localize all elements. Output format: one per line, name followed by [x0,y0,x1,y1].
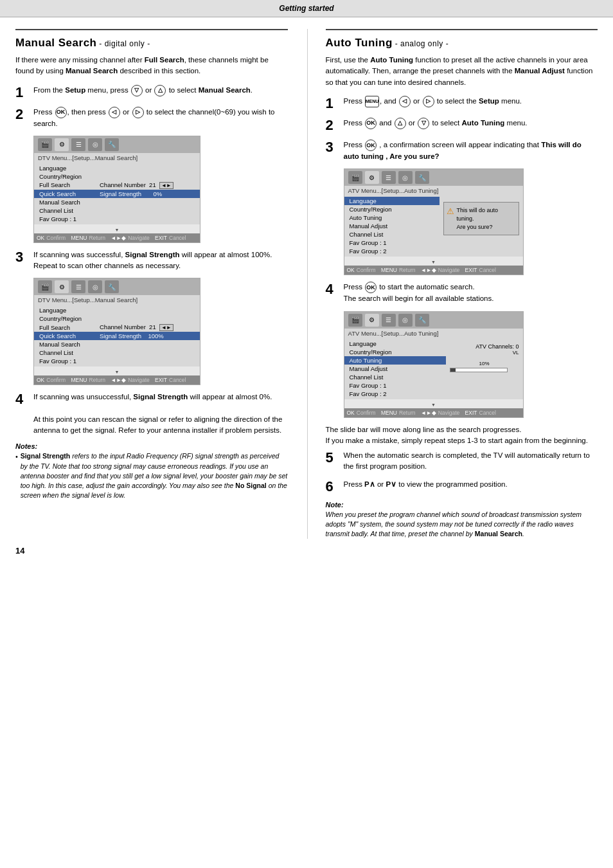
left-btn-icon: ◁ [399,96,411,107]
page-number: 14 [15,546,24,556]
page-header: Getting started [0,0,613,17]
menu-row-language: Language [34,164,200,172]
up-icon: △ [154,85,166,96]
progress-bar-area: 10% [450,361,519,372]
ok-btn-icon-3: OK [365,140,377,151]
menu-body-2: Language Country/Region Full Search Chan… [34,305,200,366]
menu-icon-wrench: 🔧 [105,138,119,151]
auto-tuning-intro: First, use the Auto Tuning function to p… [326,55,598,88]
atv-row2-language: Language [344,339,446,348]
atv-step-6-content: Press P∧ or P∨ to view the programmed po… [344,479,598,490]
atv-note-title: Note: [326,501,598,509]
return-label: Return [89,235,105,241]
up-btn-icon: △ [395,118,406,129]
menu-icon-circle-2: ◎ [88,280,102,293]
dtv-menu-screen-2: 🎬 ⚙ ☰ ◎ 🔧 DTV Menu...[Setup...Manual Sea… [33,278,288,385]
atv-icon-circle: ◎ [398,171,413,184]
atv-menu-bar-1: OK Confirm MENU Return ◄►◆ Navigate EXIT… [344,266,523,275]
auto-tuning-section: Auto Tuning - analog only - First, use t… [307,29,598,539]
down-btn-icon: ▽ [418,118,429,129]
atv-icon-settings-2: ⚙ [365,314,379,327]
menu-bar-1: OK Confirm MENU Return ◄►◆ Navigate EXIT… [34,233,200,242]
percent-label: 10% [450,361,519,366]
right-icon: ▷ [132,107,144,118]
step-num-4: 4 [15,392,30,407]
slide-bar-track [450,368,508,372]
atv-icon-list-2: ☰ [382,314,396,327]
dtv-menu-2: 🎬 ⚙ ☰ ◎ 🔧 DTV Menu...[Setup...Manual Sea… [33,278,200,385]
atv-step-num-1: 1 [326,96,340,111]
menu-icon-settings-2: ⚙ [55,280,69,293]
menu-row-language-2: Language [34,306,200,314]
ok-label: OK [37,235,44,241]
atv-breadcrumb-1: ATV Menu...[Setup...Auto Tuning] [344,186,523,195]
menu-row-quicksearch-2: Quick Search Signal Strength 100% [34,332,200,340]
note-text: Signal Strength refers to the input Radi… [21,451,288,500]
auto-tuning-title: Auto Tuning - analog only - [326,37,598,50]
atv-step-5-content: When the automatic search is completed, … [344,450,598,473]
confirm-dialog-box: ⚠ This will do auto tuning. Are you sure… [440,197,523,255]
atv-note-section: Note: When you preset the program channe… [326,501,598,539]
atv-row-language: Language [344,197,440,205]
atv-menu-body-1: Language Country/Region Auto Tuning Manu… [344,195,523,257]
menu-bar-2: OK Confirm MENU Return ◄►◆ Navigate EXIT… [34,375,200,384]
atv-step-1-content: Press MENU, and ◁ or ▷ to select the Set… [344,96,598,107]
menu-row-manualsearch-2: Manual Search [34,340,200,348]
manual-search-title: Manual Search - digital only - [15,37,288,50]
atv-icon-settings: ⚙ [365,171,379,184]
step-num-3: 3 [15,249,30,265]
bullet-dot: • [15,452,18,462]
atv-note-body: When you preset the program channel whic… [326,510,598,539]
notes-title: Notes: [15,442,288,450]
menu-icon-list-2: ☰ [71,280,85,293]
search-progress-text: The slide bar will move along line as th… [326,424,598,447]
atv-step-4-content: Press OK to start the automatic search. … [344,282,598,304]
atv-menu-top-bar-2: 🎬 ⚙ ☰ ◎ 🔧 [344,312,523,329]
menu-row-channellist: Channel List [34,206,200,215]
note-bullet-signal: • Signal Strength refers to the input Ra… [15,451,288,500]
atv-channels-label: ATV Channels: 0 [450,343,519,350]
step-1-content: From the Setup menu, press ▽ or △ to sel… [33,85,288,96]
atv-icon-wrench-2: 🔧 [415,314,429,327]
section-divider-right [326,29,598,30]
menu-label: MENU [71,235,87,241]
section-divider [15,29,288,30]
menu-breadcrumb-1: DTV Menu...[Setup...Manual Search] [34,153,200,163]
step-num-1: 1 [15,85,30,100]
slide-bar-fill [450,368,456,372]
menu-icon-circle: ◎ [88,138,102,151]
menu-btn-icon: MENU [365,96,379,107]
ok-btn-icon-2: OK [365,118,377,129]
atv-row-fav2: Fav Group : 2 [344,247,440,255]
manual-search-intro: If there were any missing channel after … [15,55,288,77]
header-title: Getting started [279,4,333,13]
menu-row-country: Country/Region [34,172,200,181]
ok-btn-icon: OK [55,107,67,118]
step-2: 2 Press OK, then press ◁ or ▷ to select … [15,107,288,129]
search-progress-area: ATV Channels: 0 VL 10% [446,339,523,398]
vl-label: VL [450,350,519,356]
atv-step-num-4: 4 [326,282,340,297]
dtv-menu-screen-1: 🎬 ⚙ ☰ ◎ 🔧 DTV Menu...[Setup...Manual Sea… [33,136,288,243]
manual-search-section: Manual Search - digital only - If there … [15,29,288,539]
step-4: 4 If scanning was unsuccessful, Signal S… [15,392,288,436]
nav-label: Navigate [128,235,150,241]
menu-row-favgroup1-2: Fav Group : 1 [34,357,200,365]
atv-step-6: 6 Press P∧ or P∨ to view the programmed … [326,479,598,494]
menu-top-bar-1: 🎬 ⚙ ☰ ◎ 🔧 [34,136,200,153]
menu-row-channellist-2: Channel List [34,348,200,357]
main-content: Manual Search - digital only - If there … [0,17,613,550]
menu-row-fullsearch: Full Search Channel Number 21 ◄► [34,181,200,190]
atv-menu-top-bar-1: 🎬 ⚙ ☰ ◎ 🔧 [344,169,523,186]
atv-step-3-content: Press OK , a confirmation screen will ap… [344,140,598,162]
atv-row2-fav2: Fav Group : 2 [344,390,446,398]
atv-row-fav1: Fav Group : 1 [344,239,440,247]
step-num-2: 2 [15,107,30,122]
atv-step-5: 5 When the automatic search is completed… [326,450,598,473]
atv-step-4: 4 Press OK to start the automatic search… [326,282,598,304]
confirm-label: Confirm [46,235,66,241]
confirm-text: This will do auto tuning. Are you sure? [457,206,515,231]
atv-menu-body-2: Language Country/Region Auto Tuning Manu… [344,338,523,399]
atv-row2-manualadjust: Manual Adjust [344,365,446,373]
atv-row-manualadjust: Manual Adjust [344,222,440,230]
